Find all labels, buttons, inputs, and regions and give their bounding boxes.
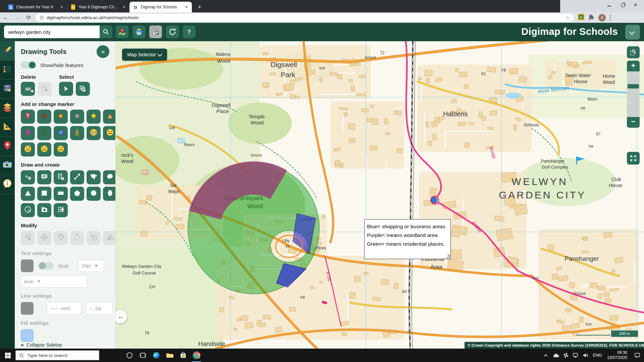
spatial-search-tool[interactable] xyxy=(149,25,162,38)
modify-edit-shape-button[interactable] xyxy=(54,231,68,245)
minimize-button[interactable] xyxy=(607,3,612,7)
zoom-slider-track[interactable] xyxy=(627,71,640,117)
panel-collapse-button[interactable]: « xyxy=(97,45,109,58)
show-hide-toggle[interactable] xyxy=(21,61,36,69)
nav-overlays[interactable] xyxy=(0,99,15,118)
modify-flip-feature-button[interactable] xyxy=(103,231,116,245)
marker-x-button[interactable] xyxy=(21,126,35,140)
extensions-puzzle-icon[interactable] xyxy=(588,14,594,21)
nav-information[interactable] xyxy=(0,175,15,194)
draw-shape-square-button[interactable] xyxy=(37,187,51,201)
map-note-box[interactable]: Blue= shopping or business areasPurple= … xyxy=(364,219,451,259)
tray-chevron-icon[interactable] xyxy=(541,349,551,362)
tab-close-icon[interactable]: × xyxy=(184,4,189,10)
app-pinwheel-icon[interactable] xyxy=(561,349,571,362)
back-button[interactable]: ← xyxy=(0,14,11,21)
zoom-slider-handle[interactable] xyxy=(628,84,639,88)
marker-triangle-button[interactable] xyxy=(103,110,116,124)
marker-person-button[interactable] xyxy=(70,126,84,140)
draw-grid-square-button[interactable] xyxy=(54,203,68,217)
modify-rotate-feature-button[interactable] xyxy=(70,231,84,245)
select-single-button[interactable] xyxy=(59,82,73,96)
marker-neutral-face-button[interactable] xyxy=(21,142,35,157)
marker-pin-button[interactable] xyxy=(21,110,35,124)
text-size-select[interactable]: 24pt xyxy=(78,260,104,272)
collapse-sidebar-link[interactable]: «Collapse Sidebar xyxy=(21,342,115,348)
draw-add-measured-label-button[interactable] xyxy=(54,170,68,184)
browser-tab[interactable]: DDigimap for Schools× xyxy=(129,2,192,12)
zoom-out-button[interactable]: − xyxy=(627,117,640,128)
taskbar-cortana-icon[interactable] xyxy=(123,349,136,362)
browser-tab[interactable]: Year 6 Digimaps Challenge KS2 -× xyxy=(67,2,129,12)
line-color-swatch[interactable] xyxy=(21,302,34,315)
marker-diamond-button[interactable] xyxy=(54,110,68,124)
text-color-swatch[interactable] xyxy=(21,259,34,272)
browser-menu-icon[interactable] xyxy=(610,15,611,20)
draw-shape-ellipse-button[interactable] xyxy=(103,187,116,201)
tab-close-icon[interactable]: × xyxy=(59,4,64,10)
taskbar-store-icon[interactable] xyxy=(176,349,190,362)
font-family-select[interactable]: Arial xyxy=(21,276,87,288)
start-button[interactable] xyxy=(0,349,15,362)
bold-toggle[interactable] xyxy=(38,262,54,269)
restore-button[interactable] xyxy=(621,3,625,7)
draw-draw-line-button[interactable] xyxy=(70,170,84,184)
delete-all-button[interactable]: All xyxy=(21,82,35,96)
nav-image-capture[interactable] xyxy=(0,156,15,175)
draw-add-photo-button[interactable] xyxy=(37,203,51,217)
action-center-icon[interactable] xyxy=(631,349,644,362)
reload-button[interactable]: ⟳ xyxy=(23,14,34,21)
modify-resize-feature-button[interactable] xyxy=(87,231,101,245)
network-icon[interactable] xyxy=(571,349,581,362)
volume-icon[interactable] xyxy=(581,349,591,362)
tab-close-icon[interactable]: × xyxy=(121,4,127,10)
print-tool[interactable] xyxy=(132,25,145,38)
clock[interactable]: 09:30 13/07/2020 xyxy=(604,350,631,360)
line-width-select[interactable]: —2pt xyxy=(86,302,113,314)
fullscreen-button[interactable] xyxy=(627,152,640,165)
map-selector-button[interactable]: Map Selector xyxy=(122,49,167,61)
browser-profile-avatar[interactable]: A xyxy=(598,14,606,21)
marker-star-button[interactable] xyxy=(87,110,101,124)
brand-dropdown-button[interactable] xyxy=(625,25,640,40)
select-multiple-button[interactable] xyxy=(76,82,90,96)
marker-frown-face-button[interactable] xyxy=(37,142,51,157)
marker-tree-button[interactable] xyxy=(37,126,51,140)
nav-saved-maps[interactable] xyxy=(0,79,15,99)
map-canvas[interactable]: 72SchoolSchDigswellParkMalmsWoodFB61Tewi… xyxy=(116,41,644,349)
draw-draw-freehand-button[interactable] xyxy=(103,170,116,184)
bookmark-star-icon[interactable]: ☆ xyxy=(566,15,570,21)
draw-add-label-button[interactable] xyxy=(37,170,51,184)
taskbar-search-box[interactable]: Type here to search xyxy=(15,350,99,360)
modify-edit-label-button[interactable] xyxy=(21,231,35,245)
resize-handle-icon[interactable] xyxy=(446,254,450,258)
forward-button[interactable]: → xyxy=(11,14,23,21)
marker-smile-face-button[interactable] xyxy=(103,126,116,140)
draw-shape-triangle-button[interactable] xyxy=(21,187,35,201)
marker-square-button[interactable] xyxy=(70,110,84,124)
marker-cross-button[interactable] xyxy=(37,110,51,124)
taskbar-chrome-icon[interactable]: A xyxy=(190,349,203,362)
draw-buffer-circle-button[interactable] xyxy=(21,203,35,217)
refresh-tool[interactable] xyxy=(166,25,179,38)
taskbar-explorer-icon[interactable] xyxy=(163,349,176,362)
new-tab-button[interactable]: + xyxy=(195,3,204,11)
draw-add-text-button[interactable]: a xyxy=(21,170,35,184)
add-marker-tool[interactable] xyxy=(116,25,128,38)
draw-shape-pentagon-button[interactable] xyxy=(70,187,84,201)
nav-map-key[interactable] xyxy=(0,60,15,79)
search-button[interactable] xyxy=(100,25,112,38)
delete-selection-button[interactable] xyxy=(38,82,52,96)
zoom-in-button[interactable]: + xyxy=(627,61,640,71)
taskbar-edge-icon[interactable] xyxy=(150,349,163,362)
zoom-to-area-button[interactable] xyxy=(627,46,640,58)
modify-move-feature-button[interactable] xyxy=(37,231,51,245)
nav-measurement[interactable] xyxy=(0,118,15,137)
marker-weary-face-button[interactable] xyxy=(54,142,68,157)
taskbar-taskview-icon[interactable] xyxy=(136,349,150,362)
search-input[interactable] xyxy=(4,25,100,38)
close-button[interactable]: × xyxy=(634,3,639,7)
line-style-select[interactable]: ——solid xyxy=(47,302,81,314)
nav-grid-reference[interactable] xyxy=(0,137,15,156)
marker-circle-button[interactable] xyxy=(54,126,68,140)
